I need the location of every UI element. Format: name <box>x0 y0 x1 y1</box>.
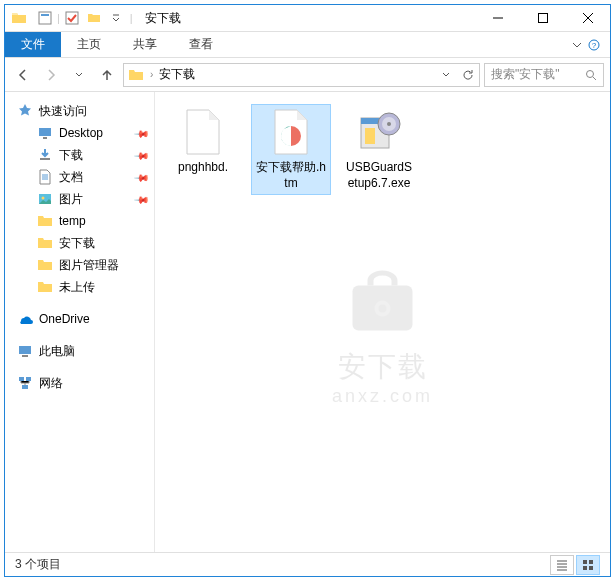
sidebar-item-temp[interactable]: temp <box>5 210 154 232</box>
sidebar-item-label: 下载 <box>59 147 83 164</box>
sidebar-item-label: 网络 <box>39 375 63 392</box>
details-view-button[interactable] <box>550 555 574 575</box>
sidebar-item-documents[interactable]: 文档 📌 <box>5 166 154 188</box>
qat-checkbox-icon[interactable] <box>62 8 82 28</box>
address-chevron-icon: › <box>150 69 153 80</box>
address-bar[interactable]: › 安下载 <box>123 63 480 87</box>
folder-icon <box>128 67 144 83</box>
svg-point-6 <box>587 70 594 77</box>
document-icon <box>37 169 53 185</box>
minimize-button[interactable] <box>475 5 520 32</box>
sidebar-item-label: OneDrive <box>39 312 90 326</box>
qat-folder-icon[interactable] <box>84 8 104 28</box>
file-list[interactable]: pnghhbd. 安下载帮助.htm USBGuardSetup6.7.exe … <box>155 92 610 552</box>
file-item[interactable]: 安下载帮助.htm <box>251 104 331 195</box>
navigation-pane: 快速访问 Desktop 📌 下载 📌 文档 📌 图片 📌 <box>5 92 155 552</box>
qat-properties-icon[interactable] <box>35 8 55 28</box>
folder-icon <box>37 257 53 273</box>
pin-icon: 📌 <box>134 147 150 163</box>
file-item[interactable]: pnghhbd. <box>163 104 243 195</box>
titlebar: | | 安下载 <box>5 5 610 32</box>
navigation-bar: › 安下载 搜索"安下载" <box>5 58 610 92</box>
ribbon-tab-home[interactable]: 主页 <box>61 32 117 57</box>
ribbon-tab-view[interactable]: 查看 <box>173 32 229 57</box>
svg-rect-13 <box>22 355 28 357</box>
watermark-url: anxz.com <box>332 386 433 407</box>
sidebar-item-notuploaded[interactable]: 未上传 <box>5 276 154 298</box>
svg-rect-12 <box>19 346 31 354</box>
ribbon-expand: ? <box>562 32 610 57</box>
pin-icon: 📌 <box>134 169 150 185</box>
svg-rect-0 <box>39 12 51 24</box>
sidebar-thispc[interactable]: 此电脑 <box>5 340 154 362</box>
file-name: 安下载帮助.htm <box>255 160 327 191</box>
svg-rect-9 <box>40 158 50 160</box>
sidebar-item-label: 文档 <box>59 169 83 186</box>
svg-rect-20 <box>365 128 375 144</box>
forward-button[interactable] <box>39 63 63 87</box>
svg-point-23 <box>387 122 391 126</box>
titlebar-left: | | 安下载 <box>5 8 181 28</box>
sidebar-item-anxz[interactable]: 安下载 <box>5 232 154 254</box>
sidebar-item-label: 快速访问 <box>39 103 87 120</box>
svg-rect-14 <box>19 377 24 381</box>
folder-icon <box>37 279 53 295</box>
file-name: pnghhbd. <box>178 160 228 176</box>
sidebar-item-picmgr[interactable]: 图片管理器 <box>5 254 154 276</box>
up-button[interactable] <box>95 63 119 87</box>
sidebar-item-label: 安下载 <box>59 235 95 252</box>
search-input[interactable]: 搜索"安下载" <box>484 63 604 87</box>
refresh-icon[interactable] <box>461 68 475 82</box>
chevron-down-icon[interactable] <box>572 40 582 50</box>
close-button[interactable] <box>565 5 610 32</box>
window-title: 安下载 <box>145 10 181 27</box>
view-switcher <box>550 555 600 575</box>
maximize-button[interactable] <box>520 5 565 32</box>
network-icon <box>17 375 33 391</box>
sidebar-item-label: 图片管理器 <box>59 257 119 274</box>
pc-icon <box>17 343 33 359</box>
file-name: USBGuardSetup6.7.exe <box>343 160 415 191</box>
svg-rect-27 <box>583 566 587 570</box>
sidebar-item-downloads[interactable]: 下载 📌 <box>5 144 154 166</box>
blank-file-icon <box>179 108 227 156</box>
download-icon <box>37 147 53 163</box>
sidebar-quick-access[interactable]: 快速访问 <box>5 100 154 122</box>
ribbon-file-tab[interactable]: 文件 <box>5 32 61 57</box>
recent-dropdown[interactable] <box>67 63 91 87</box>
qat-dropdown-icon[interactable] <box>106 8 126 28</box>
icons-view-button[interactable] <box>576 555 600 575</box>
svg-rect-16 <box>22 385 28 389</box>
sidebar-item-desktop[interactable]: Desktop 📌 <box>5 122 154 144</box>
svg-rect-15 <box>26 377 31 381</box>
htm-file-icon <box>267 108 315 156</box>
address-dropdown-icon[interactable] <box>441 70 451 80</box>
file-item[interactable]: USBGuardSetup6.7.exe <box>339 104 419 195</box>
back-button[interactable] <box>11 63 35 87</box>
watermark-text: 安下载 <box>332 348 433 386</box>
search-placeholder: 搜索"安下载" <box>491 66 585 83</box>
sidebar-item-label: Desktop <box>59 126 103 140</box>
pin-icon: 📌 <box>134 125 150 141</box>
folder-icon <box>11 10 27 26</box>
status-text: 3 个项目 <box>15 556 61 573</box>
qat-separator: | <box>57 12 60 24</box>
status-bar: 3 个项目 <box>5 552 610 576</box>
address-text: 安下载 <box>159 66 435 83</box>
help-icon[interactable]: ? <box>588 39 600 51</box>
window-controls <box>475 5 610 32</box>
sidebar-item-label: 此电脑 <box>39 343 75 360</box>
sidebar-item-pictures[interactable]: 图片 📌 <box>5 188 154 210</box>
sidebar-onedrive[interactable]: OneDrive <box>5 308 154 330</box>
pin-icon: 📌 <box>134 191 150 207</box>
sidebar-network[interactable]: 网络 <box>5 372 154 394</box>
sidebar-item-label: 图片 <box>59 191 83 208</box>
search-icon <box>585 69 597 81</box>
watermark: 安下载 anxz.com <box>332 266 433 407</box>
bag-icon <box>343 266 423 336</box>
svg-rect-1 <box>41 14 49 16</box>
svg-rect-7 <box>39 128 51 136</box>
pictures-icon <box>37 191 53 207</box>
ribbon-tab-share[interactable]: 共享 <box>117 32 173 57</box>
svg-rect-8 <box>43 137 47 139</box>
